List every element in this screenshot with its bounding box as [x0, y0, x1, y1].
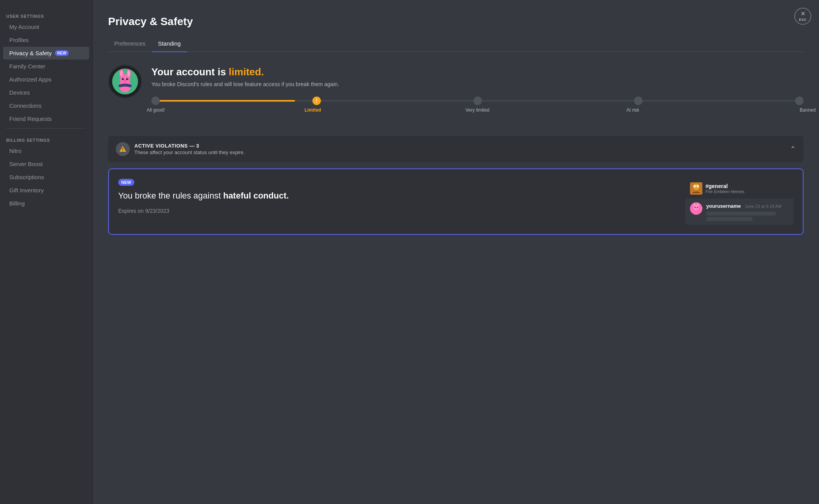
svg-point-11 — [127, 78, 128, 79]
progress-dot-limited: ! — [312, 97, 321, 105]
server-name: Fire Emblem Heroes — [705, 189, 744, 194]
warning-icon-circle: ! — [116, 142, 130, 156]
main-content: Privacy & Safety Preferences Standing — [93, 0, 819, 504]
sidebar-item-billing[interactable]: Billing — [3, 197, 89, 210]
progress-dot-banned — [795, 97, 804, 105]
progress-dots-row: ! — [151, 97, 804, 105]
chat-message: yourusername June 23 at 9:18 AM — [685, 199, 794, 225]
sidebar-item-gift-inventory[interactable]: Gift Inventory — [3, 184, 89, 197]
chat-preview: #general Fire Emblem Heroes — [685, 178, 794, 225]
sidebar-item-label: Billing — [9, 200, 25, 207]
message-username: yourusername — [706, 203, 741, 209]
tab-standing[interactable]: Standing — [152, 37, 187, 52]
standing-progress: ! All good! Limited Very limited At risk… — [151, 97, 804, 124]
chevron-up-icon: ⌃ — [790, 145, 796, 153]
new-badge: NEW — [55, 50, 69, 56]
svg-point-10 — [123, 78, 124, 79]
progress-label-limited: Limited — [305, 107, 313, 113]
svg-point-9 — [126, 78, 129, 80]
sidebar-item-label: Nitro — [9, 148, 22, 154]
sidebar-item-family-center[interactable]: Family Center — [3, 60, 89, 73]
sidebar-item-devices[interactable]: Devices — [3, 86, 89, 99]
violation-headline: You broke the rules against hateful cond… — [118, 190, 676, 202]
sidebar-item-label: My Account — [9, 24, 39, 30]
violations-box: ! ACTIVE VIOLATIONS — 3 These affect you… — [108, 136, 804, 162]
violation-card-right: #general Fire Emblem Heroes — [685, 178, 794, 225]
message-timestamp: June 23 at 9:18 AM — [745, 204, 782, 209]
svg-point-25 — [697, 207, 698, 208]
svg-point-8 — [122, 78, 124, 80]
progress-dot-at-risk — [634, 97, 643, 105]
sidebar-item-privacy-safety[interactable]: Privacy & Safety NEW — [3, 47, 89, 59]
sidebar-item-label: Authorized Apps — [9, 76, 51, 83]
violations-header-left: ! ACTIVE VIOLATIONS — 3 These affect you… — [116, 142, 245, 156]
close-button[interactable]: ✕ ESC — [794, 8, 811, 25]
channel-icon — [690, 182, 702, 195]
violation-expires: Expires on 9/23/2023 — [118, 208, 676, 214]
progress-labels: All good! Limited Very limited At risk B… — [151, 107, 804, 113]
channel-name: #general — [705, 183, 744, 189]
close-icon: ✕ — [800, 11, 805, 17]
standing-headline: Your account is limited. — [151, 66, 804, 78]
sidebar-item-profiles[interactable]: Profiles — [3, 34, 89, 46]
warning-icon: ! — [119, 145, 127, 153]
sidebar-item-friend-requests[interactable]: Friend Requests — [3, 112, 89, 125]
violations-header[interactable]: ! ACTIVE VIOLATIONS — 3 These affect you… — [108, 136, 804, 162]
standing-hero: Your account is limited. You broke Disco… — [108, 64, 804, 124]
progress-track: ! — [151, 97, 804, 105]
sidebar-item-label: Family Center — [9, 63, 45, 70]
svg-text:!: ! — [122, 148, 123, 152]
sidebar: USER SETTINGS My Account Profiles Privac… — [0, 0, 93, 504]
svg-point-6 — [120, 71, 123, 76]
svg-point-22 — [694, 203, 695, 206]
tab-preferences[interactable]: Preferences — [108, 37, 152, 52]
violation-card-left: NEW You broke the rules against hateful … — [118, 178, 676, 225]
sidebar-item-label: Gift Inventory — [9, 187, 44, 193]
message-body: yourusername June 23 at 9:18 AM — [706, 202, 782, 221]
sidebar-item-label: Devices — [9, 89, 30, 96]
sidebar-item-nitro[interactable]: Nitro — [3, 144, 89, 157]
progress-label-all-good: All good! — [147, 107, 155, 113]
progress-label-at-risk: At risk — [626, 107, 635, 113]
billing-settings-label: BILLING SETTINGS — [0, 132, 92, 144]
svg-point-24 — [695, 207, 696, 208]
svg-point-26 — [696, 209, 697, 209]
sidebar-item-label: Connections — [9, 102, 41, 109]
user-settings-label: USER SETTINGS — [0, 8, 92, 20]
chat-channel-header: #general Fire Emblem Heroes — [685, 178, 794, 199]
sidebar-item-connections[interactable]: Connections — [3, 99, 89, 112]
svg-point-12 — [124, 80, 126, 81]
standing-status-word: limited. — [229, 66, 264, 78]
sidebar-item-label: Server Boost — [9, 161, 43, 167]
esc-label: ESC — [799, 18, 807, 22]
progress-label-banned: Banned — [800, 107, 808, 113]
standing-text-block: Your account is limited. You broke Disco… — [151, 64, 804, 124]
sidebar-item-label: Profiles — [9, 37, 29, 43]
sidebar-item-authorized-apps[interactable]: Authorized Apps — [3, 73, 89, 86]
sidebar-item-subscriptions[interactable]: Subscriptions — [3, 171, 89, 183]
violations-title: ACTIVE VIOLATIONS — 3 — [134, 143, 245, 149]
svg-point-7 — [127, 71, 130, 76]
svg-point-23 — [697, 203, 699, 206]
message-avatar — [690, 202, 702, 215]
avatar — [108, 64, 142, 98]
sidebar-item-label: Friend Requests — [9, 115, 52, 122]
sidebar-item-label: Privacy & Safety — [9, 50, 52, 56]
violation-new-badge: NEW — [118, 179, 134, 186]
violation-card: NEW You broke the rules against hateful … — [108, 168, 804, 235]
sidebar-item-my-account[interactable]: My Account — [3, 20, 89, 33]
violations-subtitle: These affect your account status until t… — [134, 149, 245, 155]
progress-label-very-limited: Very limited — [466, 107, 474, 113]
sidebar-divider — [6, 128, 86, 129]
progress-dot-all-good — [151, 97, 160, 105]
svg-point-16 — [694, 185, 696, 187]
tabs-bar: Preferences Standing — [108, 37, 804, 52]
message-content-redacted-1 — [706, 212, 776, 216]
svg-point-17 — [697, 185, 699, 187]
sidebar-item-server-boost[interactable]: Server Boost — [3, 158, 89, 170]
message-content-redacted-2 — [706, 217, 753, 221]
sidebar-item-label: Subscriptions — [9, 174, 44, 180]
page-title: Privacy & Safety — [108, 15, 804, 28]
standing-subtext: You broke Discord's rules and will lose … — [151, 81, 804, 87]
progress-dot-very-limited — [473, 97, 482, 105]
